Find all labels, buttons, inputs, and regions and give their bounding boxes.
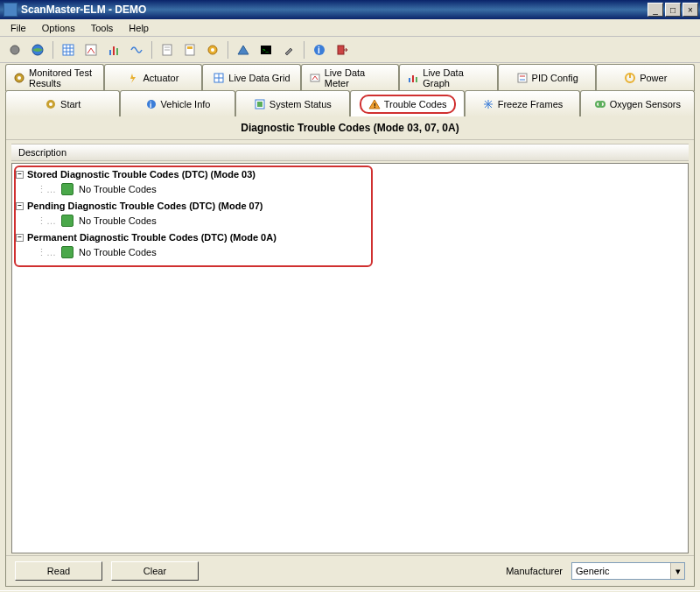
toolbar-connect-icon[interactable]: [5, 40, 24, 60]
titlebar: ScanMaster-ELM - DEMO _ □ ×: [0, 0, 700, 19]
tab-freeze-frames[interactable]: Freeze Frames: [465, 90, 579, 116]
config-icon: [516, 72, 528, 84]
collapse-icon[interactable]: −: [16, 234, 24, 242]
svg-rect-32: [518, 74, 527, 82]
app-icon: [4, 3, 18, 17]
menubar: File Options Tools Help: [0, 19, 700, 37]
tree-group-pending: − Pending Diagnostic Trouble Codes (DTC)…: [16, 199, 684, 229]
toolbar-wave-icon[interactable]: [127, 40, 146, 60]
toolbar-tool-icon[interactable]: [279, 40, 298, 60]
tab-live-graph[interactable]: Live Data Graph: [399, 64, 498, 91]
toolbar-info-icon[interactable]: i: [310, 40, 329, 60]
toolbar-triangle-icon[interactable]: [234, 40, 253, 60]
tab-monitored-results[interactable]: Monitored Test Results: [5, 64, 104, 91]
tab-trouble-codes[interactable]: ! Trouble Codes: [350, 90, 465, 116]
manufacturer-value: Generic: [572, 566, 670, 576]
tree-line: ⋮…: [37, 215, 56, 227]
menu-help[interactable]: Help: [122, 21, 156, 35]
status-icon: [254, 98, 266, 110]
column-header[interactable]: Description: [11, 144, 689, 161]
gear-icon: [13, 72, 25, 84]
tabs-row-2: Start i Vehicle Info System Status ! Tro…: [0, 89, 700, 116]
tree-line: ⋮…: [37, 247, 56, 258]
svg-rect-7: [86, 45, 96, 55]
svg-rect-22: [338, 46, 344, 54]
tab-pid-config[interactable]: PID Config: [498, 64, 597, 91]
menu-options[interactable]: Options: [35, 21, 82, 35]
toolbar: >_ i: [0, 37, 700, 63]
manufacturer-select[interactable]: Generic ▾: [571, 562, 685, 580]
tab-start[interactable]: Start: [5, 90, 120, 116]
tree-group-stored: − Stored Diagnostic Trouble Codes (DTC) …: [16, 167, 684, 197]
read-button[interactable]: Read: [15, 561, 102, 581]
tab-system-status[interactable]: System Status: [235, 90, 350, 116]
svg-rect-29: [409, 78, 410, 82]
graph-icon: [407, 72, 419, 84]
svg-point-17: [211, 48, 214, 52]
svg-rect-30: [412, 75, 414, 82]
tabs-row-1: Monitored Test Results Actuator Live Dat…: [0, 63, 700, 90]
toolbar-terminal-icon[interactable]: >_: [256, 40, 276, 60]
code-icon: [61, 183, 74, 195]
tab-live-meter[interactable]: Live Data Meter: [301, 64, 400, 91]
snowflake-icon: [482, 98, 494, 110]
svg-rect-14: [186, 45, 194, 55]
svg-rect-15: [187, 46, 192, 49]
toolbar-gear-icon[interactable]: [203, 40, 222, 60]
menu-tools[interactable]: Tools: [84, 21, 121, 35]
maximize-button[interactable]: □: [665, 3, 681, 17]
tree-child-label[interactable]: No Trouble Codes: [79, 247, 157, 257]
start-icon: [45, 98, 57, 110]
dropdown-icon[interactable]: ▾: [670, 563, 684, 579]
warning-icon: !: [368, 98, 381, 110]
tree-group-permanent: − Permanent Diagnostic Trouble Codes (DT…: [16, 230, 684, 260]
toolbar-graph-icon[interactable]: [104, 40, 123, 60]
svg-rect-9: [113, 46, 115, 55]
tree-line: ⋮…: [37, 184, 56, 195]
bottom-bar: Read Clear Manufacturer Generic ▾: [6, 555, 694, 586]
tab-actuator[interactable]: Actuator: [104, 64, 203, 91]
window-title: ScanMaster-ELM - DEMO: [21, 4, 648, 16]
tree-label[interactable]: Stored Diagnostic Trouble Codes (DTC) (M…: [27, 169, 256, 180]
code-icon: [61, 215, 74, 227]
tree-child-label[interactable]: No Trouble Codes: [79, 184, 157, 194]
manufacturer-label: Manufacturer: [506, 566, 563, 576]
grid-icon: [213, 72, 225, 84]
svg-rect-10: [116, 48, 118, 55]
menu-file[interactable]: File: [4, 21, 33, 35]
oxygen-icon: [594, 98, 606, 110]
tree-child-label[interactable]: No Trouble Codes: [79, 215, 157, 226]
toolbar-exit-icon[interactable]: [332, 40, 352, 60]
svg-point-24: [18, 76, 21, 80]
tree-area: − Stored Diagnostic Trouble Codes (DTC) …: [11, 163, 689, 553]
svg-text:>_: >_: [262, 47, 270, 53]
tab-oxygen-sensors[interactable]: Oxygen Sensors: [580, 90, 695, 116]
info-icon: i: [145, 98, 158, 110]
clear-button[interactable]: Clear: [111, 561, 199, 581]
main-panel: Diagnostic Trouble Codes (Mode 03, 07, 0…: [5, 116, 695, 587]
bolt-icon: [127, 72, 139, 84]
svg-rect-42: [257, 102, 262, 107]
svg-text:!: !: [374, 102, 376, 109]
toolbar-doc2-icon[interactable]: [180, 40, 200, 60]
toolbar-doc1-icon[interactable]: [158, 40, 177, 60]
toolbar-globe-icon[interactable]: [28, 40, 47, 60]
tab-live-grid[interactable]: Live Data Grid: [202, 64, 301, 91]
toolbar-meter-icon[interactable]: [81, 40, 101, 60]
close-button[interactable]: ×: [682, 3, 698, 17]
svg-rect-31: [416, 77, 417, 82]
minimize-button[interactable]: _: [648, 3, 663, 17]
tab-vehicle-info[interactable]: i Vehicle Info: [120, 90, 234, 116]
collapse-icon[interactable]: −: [16, 202, 24, 210]
svg-point-38: [49, 102, 52, 106]
tab-power[interactable]: Power: [596, 64, 695, 91]
toolbar-grid-icon[interactable]: [59, 40, 78, 60]
tree-label[interactable]: Pending Diagnostic Trouble Codes (DTC) (…: [27, 201, 263, 211]
collapse-icon[interactable]: −: [16, 171, 24, 179]
svg-rect-2: [63, 45, 74, 55]
svg-point-0: [10, 46, 19, 54]
panel-title: Diagnostic Trouble Codes (Mode 03, 07, 0…: [6, 116, 694, 140]
svg-rect-8: [109, 50, 111, 55]
tree-label[interactable]: Permanent Diagnostic Trouble Codes (DTC)…: [27, 232, 276, 243]
meter-icon: [309, 72, 321, 84]
